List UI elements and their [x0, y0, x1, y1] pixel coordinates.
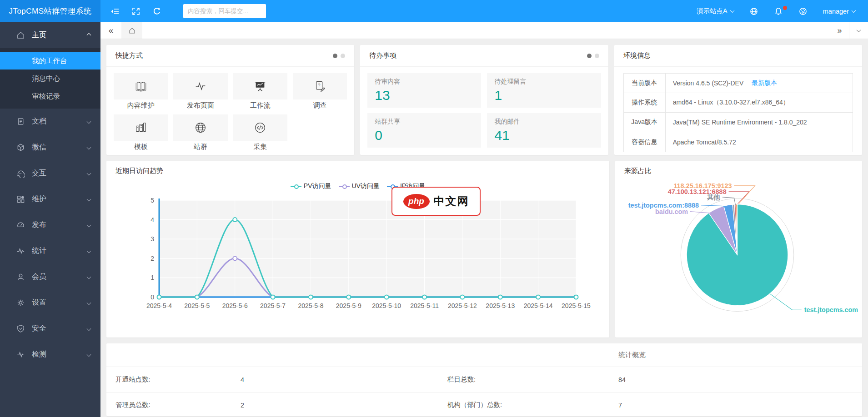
- top-bar: JTopCMS站群管理系统 演示站点A manager: [0, 0, 868, 22]
- svg-text:3: 3: [151, 235, 154, 243]
- shield-icon: [16, 324, 25, 333]
- pulse-wave-icon: [194, 79, 207, 93]
- collapse-menu-icon[interactable]: [110, 7, 120, 16]
- sidebar-item-publish[interactable]: 发布: [0, 212, 100, 238]
- gear-icon: [16, 298, 25, 307]
- tabs-scroll-left-button[interactable]: «: [100, 22, 121, 39]
- stat-label: 开通站点数:: [115, 375, 241, 384]
- bell-icon[interactable]: [774, 7, 783, 16]
- user-menu[interactable]: manager: [823, 8, 855, 15]
- svg-text:2025-5-15: 2025-5-15: [562, 302, 591, 309]
- legend-marker: [339, 184, 350, 189]
- sidebar-subitem-audit-log[interactable]: 审核记录: [0, 87, 100, 105]
- card-title: 待办事项: [369, 51, 396, 60]
- fullscreen-icon[interactable]: [131, 7, 140, 16]
- svg-text:2025-5-8: 2025-5-8: [298, 302, 323, 309]
- shortcut-collection[interactable]: 采集: [233, 114, 287, 151]
- svg-text:test.jtopcms.com: test.jtopcms.com: [804, 306, 858, 313]
- legend-item-uv[interactable]: UV访问量: [339, 182, 380, 190]
- table-row: 管理员总数: 2 机构（部门）总数: 7: [106, 392, 862, 417]
- stat-value: 84: [618, 376, 853, 383]
- sidebar-item-label: 主页: [32, 30, 46, 40]
- source-pie-card: 来源占比 test.jtopcms.combaidu.comtest.jtopc…: [615, 161, 862, 338]
- gauge-icon: [16, 221, 25, 229]
- sidebar-item-maintenance[interactable]: 维护: [0, 186, 100, 212]
- todo-pending-comments[interactable]: 待处理留言 1: [487, 73, 601, 108]
- svg-text:2025-5-12: 2025-5-12: [448, 302, 477, 309]
- latest-version-link[interactable]: 最新版本: [752, 79, 777, 87]
- stat-value: 7: [618, 402, 853, 409]
- sidebar-item-settings[interactable]: 设置: [0, 290, 100, 316]
- monitor-pulse-icon: [16, 350, 25, 359]
- site-selector[interactable]: 演示站点A: [697, 7, 734, 15]
- svg-text:2: 2: [151, 255, 154, 262]
- chevron-down-icon: [87, 171, 91, 176]
- theme-palette-icon[interactable]: [798, 7, 808, 16]
- todo-site-share[interactable]: 站群共享 0: [367, 113, 481, 148]
- sidebar: 主页 我的工作台 消息中心 审核记录 文档 微信 交互 维护 发布: [0, 22, 100, 417]
- chevron-down-icon: [87, 223, 91, 228]
- pulse-icon: [16, 247, 25, 255]
- tabs-scroll-right-button[interactable]: »: [830, 22, 849, 39]
- svg-text:2025-5-10: 2025-5-10: [372, 302, 401, 309]
- carousel-dot[interactable]: [595, 54, 599, 58]
- shortcut-content-maintenance[interactable]: 内容维护: [114, 73, 168, 110]
- shortcut-templates[interactable]: 模板: [114, 114, 168, 151]
- todo-my-mail[interactable]: 我的邮件 41: [487, 113, 601, 148]
- search-input[interactable]: [183, 4, 266, 18]
- stat-label: 管理员总数:: [115, 401, 241, 409]
- table-row: 操作系统 amd64 - Linux（3.10.0-327.el7.x86_64…: [624, 93, 853, 113]
- todo-count: 41: [494, 128, 593, 143]
- shortcut-site-group[interactable]: 站群: [173, 114, 227, 151]
- sidebar-subitem-message-center[interactable]: 消息中心: [0, 70, 100, 87]
- sidebar-item-detection[interactable]: 检测: [0, 342, 100, 367]
- svg-text:?: ?: [318, 83, 320, 87]
- refresh-icon[interactable]: [152, 7, 161, 16]
- sidebar-item-wechat[interactable]: 微信: [0, 134, 100, 160]
- user-icon: [16, 273, 25, 281]
- php-cn-watermark: php 中文网: [391, 187, 481, 216]
- chevron-down-icon: [87, 145, 91, 150]
- chevron-down-icon: [87, 301, 91, 305]
- stat-label: 栏目总数:: [447, 375, 618, 384]
- shortcut-publish-page[interactable]: 发布页面: [173, 73, 227, 110]
- chevron-down-icon: [87, 327, 91, 331]
- sidebar-subitem-workbench[interactable]: 我的工作台: [0, 52, 100, 70]
- table-row: 容器信息 Apache Tomcat/8.5.72: [624, 132, 853, 152]
- svg-text:2025-5-9: 2025-5-9: [336, 302, 361, 309]
- carousel-dot-active[interactable]: [333, 54, 337, 58]
- stats-title: 统计概览: [618, 351, 853, 359]
- carousel-dot-active[interactable]: [587, 54, 592, 58]
- todo-pending-content[interactable]: 待审内容 13: [367, 73, 481, 108]
- shortcut-survey[interactable]: ? 调查: [293, 73, 347, 110]
- svg-text:2025-5-11: 2025-5-11: [410, 302, 439, 309]
- svg-text:2025-5-7: 2025-5-7: [260, 302, 286, 309]
- todo-grid: 待审内容 13 待处理留言 1 站群共享 0 我的邮件: [360, 67, 608, 154]
- carousel-dot[interactable]: [341, 54, 345, 58]
- app-logo: JTopCMS站群管理系统: [0, 0, 100, 22]
- sidebar-item-members[interactable]: 会员: [0, 264, 100, 290]
- stat-value: 2: [241, 402, 447, 409]
- sidebar-item-document[interactable]: 文档: [0, 109, 100, 134]
- sidebar-item-security[interactable]: 安全: [0, 316, 100, 342]
- sidebar-item-interaction[interactable]: 交互: [0, 160, 100, 186]
- tab-bar: « »: [100, 22, 868, 39]
- tab-home[interactable]: [121, 22, 142, 39]
- chevron-down-icon: [87, 197, 91, 202]
- legend-item-pv[interactable]: PV访问量: [291, 182, 331, 190]
- chart-legend: PV访问量 UV访问量 IP访问量: [106, 181, 609, 192]
- globe-icon[interactable]: [749, 7, 758, 16]
- code-circle-icon: [253, 121, 267, 134]
- shortcuts-card: 快捷方式 内容维护 发布页面: [106, 45, 354, 155]
- svg-text:2025-5-13: 2025-5-13: [486, 302, 515, 309]
- workflow-board-icon: [253, 79, 267, 93]
- sidebar-item-statistics[interactable]: 统计: [0, 238, 100, 264]
- shortcut-workflow[interactable]: 工作流: [233, 73, 287, 110]
- table-row: 开通站点数: 4 栏目总数: 84: [106, 367, 862, 392]
- tabs-menu-button[interactable]: [849, 22, 868, 39]
- svg-text:2025-5-4: 2025-5-4: [146, 302, 172, 309]
- sidebar-item-home[interactable]: 主页: [0, 22, 100, 48]
- cube-icon: [16, 143, 25, 152]
- source-pie-chart: test.jtopcms.combaidu.comtest.jtopcms.co…: [615, 181, 862, 337]
- svg-text:1: 1: [151, 274, 154, 281]
